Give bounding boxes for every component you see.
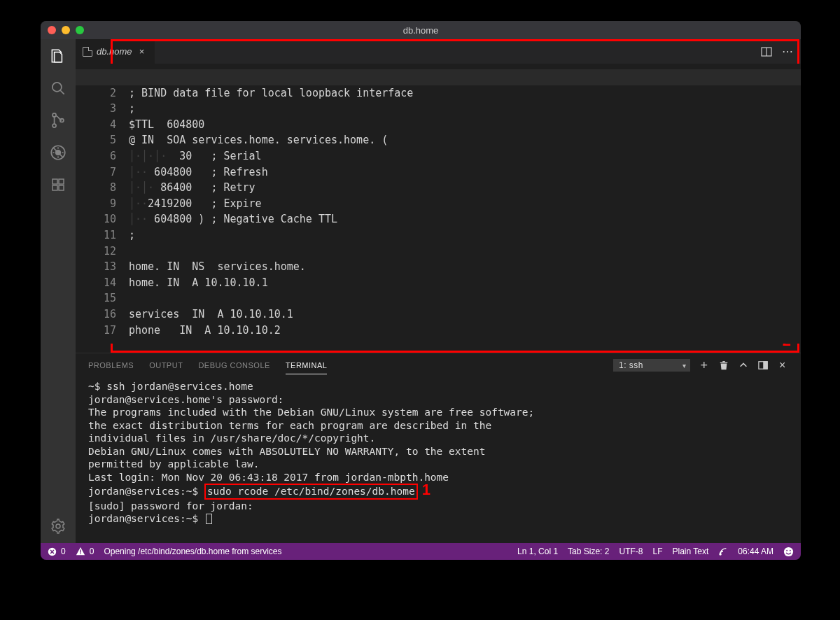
terminal-selector[interactable]: 1: ssh ▾ (613, 359, 690, 372)
panel-tab-output[interactable]: OUTPUT (149, 361, 183, 369)
panel-tab-terminal[interactable]: TERMINAL (286, 361, 328, 374)
zoom-window-button[interactable] (76, 26, 84, 34)
svg-rect-6 (52, 179, 57, 184)
status-tabsize[interactable]: Tab Size: 2 (568, 547, 609, 556)
tab-db-home[interactable]: db.home × (76, 39, 155, 64)
source-control-icon[interactable] (48, 111, 68, 130)
svg-rect-9 (59, 185, 64, 190)
svg-point-10 (56, 524, 60, 528)
split-editor-icon[interactable] (760, 45, 773, 58)
svg-point-5 (56, 150, 61, 155)
status-ln-col[interactable]: Ln 1, Col 1 (517, 547, 558, 556)
status-bar: 0 0 Opening /etc/bind/zones/db.home from… (41, 543, 801, 560)
status-feed-icon[interactable] (718, 547, 728, 556)
status-smiley-icon[interactable] (783, 547, 794, 557)
error-icon (48, 547, 57, 556)
svg-rect-16 (80, 554, 80, 554)
status-language[interactable]: Plain Text (672, 547, 708, 556)
main-area: 2 db.home × ⋯ 12345678910111213141516 (76, 39, 801, 543)
warning-icon (76, 547, 85, 556)
status-eol[interactable]: LF (652, 547, 662, 556)
panel: PROBLEMS OUTPUT DEBUG CONSOLE TERMINAL 1… (76, 353, 801, 543)
file-icon (83, 47, 92, 57)
new-terminal-icon[interactable]: + (699, 360, 710, 371)
explorer-icon[interactable] (48, 46, 68, 66)
panel-close-icon[interactable]: × (777, 360, 788, 371)
tab-actions: ⋯ (760, 39, 801, 64)
settings-gear-icon[interactable] (48, 516, 68, 536)
vscode-window: db.home 2 (41, 21, 801, 560)
error-count: 0 (61, 547, 66, 556)
svg-rect-15 (80, 549, 80, 552)
svg-point-1 (52, 113, 56, 117)
more-actions-icon[interactable]: ⋯ (781, 45, 794, 58)
window-title: db.home (41, 25, 801, 36)
svg-rect-8 (52, 185, 57, 190)
status-opening[interactable]: Opening /etc/bind/zones/db.home from ser… (104, 547, 281, 556)
body: 2 db.home × ⋯ 12345678910111213141516 (41, 39, 801, 543)
kill-terminal-icon[interactable] (718, 360, 729, 371)
svg-point-18 (784, 547, 793, 556)
svg-rect-13 (764, 362, 767, 369)
svg-rect-7 (59, 179, 64, 184)
tab-label: db.home (97, 46, 132, 57)
status-encoding[interactable]: UTF-8 (619, 547, 643, 556)
status-errors[interactable]: 0 (48, 547, 66, 556)
editor[interactable]: 1234567891011121314151617 ;; BIND data f… (76, 64, 801, 353)
panel-tab-problems[interactable]: PROBLEMS (88, 361, 134, 369)
extensions-icon[interactable] (48, 175, 68, 195)
terminal-output[interactable]: ~$ ssh jordan@services.homejordan@servic… (76, 377, 801, 543)
debug-icon[interactable] (48, 143, 68, 162)
titlebar: db.home (41, 21, 801, 39)
svg-point-2 (52, 124, 56, 127)
activity-bar (41, 39, 76, 543)
tab-close-icon[interactable]: × (136, 46, 148, 57)
status-time: 06:44 AM (738, 547, 774, 556)
window-controls (48, 26, 84, 34)
terminal-selector-label: 1: ssh (613, 359, 690, 372)
line-number-gutter: 1234567891011121314151617 (76, 64, 129, 344)
svg-point-0 (52, 83, 62, 92)
search-icon[interactable] (48, 78, 68, 98)
panel-tabs: PROBLEMS OUTPUT DEBUG CONSOLE TERMINAL 1… (76, 353, 801, 377)
editor-tabbar: db.home × ⋯ (76, 39, 801, 64)
close-window-button[interactable] (48, 26, 56, 34)
warning-count: 0 (90, 547, 94, 556)
code-content[interactable]: ;; BIND data file for local loopback int… (129, 64, 801, 344)
svg-point-20 (790, 549, 791, 551)
minimize-window-button[interactable] (62, 26, 70, 34)
svg-point-17 (720, 554, 721, 555)
panel-up-icon[interactable] (738, 360, 749, 371)
panel-layout-icon[interactable] (757, 360, 769, 371)
svg-point-19 (786, 549, 788, 551)
status-warnings[interactable]: 0 (76, 547, 94, 556)
panel-tab-debug[interactable]: DEBUG CONSOLE (198, 361, 270, 369)
